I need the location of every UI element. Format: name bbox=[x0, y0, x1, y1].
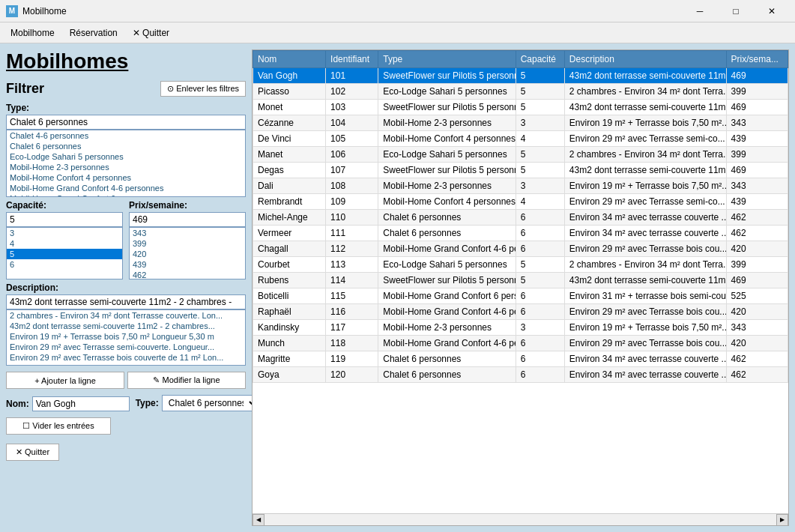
cell-nom: Picasso bbox=[253, 84, 326, 100]
desc-filter-input[interactable] bbox=[6, 294, 246, 309]
filter-title: Filtrer bbox=[6, 81, 44, 97]
cell-type: SweetFlower sur Pilotis 5 personnes bbox=[378, 163, 516, 178]
table-row[interactable]: Degas107SweetFlower sur Pilotis 5 person… bbox=[253, 163, 788, 178]
prix-filter-list-item[interactable]: 399 bbox=[130, 238, 245, 249]
type-form-select[interactable]: Chalet 6 personnesChalet 4-6 personnesEc… bbox=[162, 395, 259, 411]
clear-filters-button[interactable]: ⊙ Enlever les filtres bbox=[160, 81, 246, 97]
scroll-left-button[interactable]: ◀ bbox=[253, 514, 265, 526]
table-body: Van Gogh101SweetFlower sur Pilotis 5 per… bbox=[253, 68, 788, 383]
nom-label: Nom: bbox=[6, 399, 29, 409]
cap-filter-list-item[interactable]: 3 bbox=[7, 228, 122, 238]
cell-id: 106 bbox=[326, 147, 378, 163]
prix-filter-list-item[interactable]: 462 bbox=[130, 270, 245, 279]
prix-filter-list-item[interactable]: 420 bbox=[130, 249, 245, 259]
cell-cap: 3 bbox=[516, 320, 564, 336]
desc-filter-list-item[interactable]: 43m2 dont terrasse semi-couverte 11m2 - … bbox=[7, 321, 245, 331]
cap-filter-col: Capacité: 3456 bbox=[6, 200, 123, 279]
type-filter-input[interactable] bbox=[6, 115, 246, 130]
cell-prix: 439 bbox=[726, 131, 788, 147]
table-row[interactable]: De Vinci105Mobil-Home Confort 4 personne… bbox=[253, 131, 788, 147]
title-bar: M Mobilhome ─ □ ✕ bbox=[0, 0, 795, 22]
table-row[interactable]: Monet103SweetFlower sur Pilotis 5 person… bbox=[253, 100, 788, 115]
prix-filter-input[interactable] bbox=[129, 212, 246, 227]
table-row[interactable]: Munch118Mobil-Home Grand Confort 4-6 per… bbox=[253, 336, 788, 351]
prix-filter-list[interactable]: 343399420439462469525553 bbox=[129, 227, 246, 279]
cell-id: 104 bbox=[326, 115, 378, 131]
table-row[interactable]: Kandinsky117Mobil-Home 2-3 personnes3Env… bbox=[253, 320, 788, 336]
prix-filter-list-item[interactable]: 439 bbox=[130, 259, 245, 270]
cell-desc: Environ 31 m² + terrasse bois semi-cou..… bbox=[564, 288, 726, 304]
app-title: Mobilhomes bbox=[6, 49, 246, 73]
menu-reservation[interactable]: Réservation bbox=[62, 25, 125, 41]
cell-prix: 420 bbox=[726, 336, 788, 351]
maximize-button[interactable]: □ bbox=[719, 4, 753, 19]
horizontal-scrollbar[interactable]: ◀ ▶ bbox=[253, 513, 788, 525]
table-row[interactable]: Dali108Mobil-Home 2-3 personnes3Environ … bbox=[253, 178, 788, 194]
menu-mobilhome[interactable]: Mobilhome bbox=[3, 25, 62, 41]
desc-filter-list-item[interactable]: Environ 29 m² avec Terrasse bois couvert… bbox=[7, 352, 245, 363]
cell-nom: Goya bbox=[253, 367, 326, 383]
type-filter-list-item[interactable]: Eco-Lodge Sahari 5 personnes bbox=[7, 151, 245, 162]
minimize-button[interactable]: ─ bbox=[683, 4, 717, 19]
cell-type: Chalet 6 personnes bbox=[378, 351, 516, 367]
table-row[interactable]: Van Gogh101SweetFlower sur Pilotis 5 per… bbox=[253, 68, 788, 84]
type-filter-list-item[interactable]: Chalet 6 personnes bbox=[7, 141, 245, 151]
cell-desc: 43m2 dont terrasse semi-couverte 11m... bbox=[564, 163, 726, 178]
desc-filter-list-item[interactable]: Environ 19 m² + Terrasse bois 7,50 m² Lo… bbox=[7, 331, 245, 342]
desc-filter-list-item[interactable]: 2 chambres - Environ 34 m² dont Terrasse… bbox=[7, 310, 245, 321]
window-controls: ─ □ ✕ bbox=[683, 4, 789, 19]
modify-row-button[interactable]: ✎ Modifier la ligne bbox=[127, 372, 246, 389]
clear-entries-button[interactable]: ☐ Vider les entrées bbox=[6, 417, 111, 435]
cap-filter-list-item[interactable]: 6 bbox=[7, 259, 122, 270]
table-row[interactable]: Courbet113Eco-Lodge Sahari 5 personnes52… bbox=[253, 257, 788, 273]
table-row[interactable]: Magritte119Chalet 6 personnes6Environ 34… bbox=[253, 351, 788, 367]
type-filter-list-item[interactable]: Mobil-Home Grand Confort 4-6 personnes bbox=[7, 183, 245, 193]
col-header-desc: Description bbox=[564, 51, 726, 68]
table-row[interactable]: Chagall112Mobil-Home Grand Confort 4-6 p… bbox=[253, 241, 788, 257]
close-button[interactable]: ✕ bbox=[755, 4, 789, 19]
type-filter-list-item[interactable]: Chalet 4-6 personnes bbox=[7, 130, 245, 141]
table-row[interactable]: Michel-Ange110Chalet 6 personnes6Environ… bbox=[253, 210, 788, 226]
desc-filter-list-item[interactable]: Environ 29 m² avec Terrasse semi-couvert… bbox=[7, 342, 245, 352]
data-table: Nom Identifiant Type Capacité Descriptio… bbox=[253, 50, 788, 383]
table-row[interactable]: Rembrandt109Mobil-Home Confort 4 personn… bbox=[253, 194, 788, 210]
type-filter-list-item[interactable]: Mobil-Home Grand Confort 6 personnes bbox=[7, 193, 245, 197]
desc-filter-list-item[interactable]: Environ 31 m² + terrasse bois semi-couve… bbox=[7, 363, 245, 366]
cell-type: Mobil-Home Grand Confort 6 personnes bbox=[378, 288, 516, 304]
add-row-button[interactable]: + Ajouter la ligne bbox=[6, 372, 124, 389]
col-header-id: Identifiant bbox=[326, 51, 378, 68]
table-row[interactable]: Boticelli115Mobil-Home Grand Confort 6 p… bbox=[253, 288, 788, 304]
cell-type: SweetFlower sur Pilotis 5 personnes bbox=[378, 100, 516, 115]
type-filter-list[interactable]: Chalet 4-6 personnesChalet 6 personnesEc… bbox=[6, 130, 246, 197]
quit-button[interactable]: ✕ Quitter bbox=[6, 444, 59, 461]
cell-nom: De Vinci bbox=[253, 131, 326, 147]
cell-nom: Van Gogh bbox=[253, 68, 326, 84]
form-row: Nom: Type: Chalet 6 personnesChalet 4-6 … bbox=[6, 395, 246, 411]
cap-filter-list-item[interactable]: 4 bbox=[7, 238, 122, 249]
prix-filter-list-item[interactable]: 343 bbox=[130, 228, 245, 238]
table-row[interactable]: Vermeer111Chalet 6 personnes6Environ 34 … bbox=[253, 226, 788, 241]
menu-quitter[interactable]: ✕ Quitter bbox=[125, 25, 177, 41]
cell-nom: Dali bbox=[253, 178, 326, 194]
desc-filter-section: Description: 2 chambres - Environ 34 m² … bbox=[6, 282, 246, 366]
cell-desc: Environ 29 m² avec Terrasse bois cou... bbox=[564, 304, 726, 320]
table-row[interactable]: Manet106Eco-Lodge Sahari 5 personnes52 c… bbox=[253, 147, 788, 163]
cell-id: 114 bbox=[326, 273, 378, 288]
nom-input[interactable] bbox=[32, 396, 130, 411]
cap-filter-list[interactable]: 3456 bbox=[6, 227, 123, 279]
cap-filter-list-item[interactable]: 5 bbox=[7, 249, 122, 259]
table-row[interactable]: Rubens114SweetFlower sur Pilotis 5 perso… bbox=[253, 273, 788, 288]
type-filter-list-item[interactable]: Mobil-Home 2-3 personnes bbox=[7, 162, 245, 172]
cell-cap: 5 bbox=[516, 147, 564, 163]
app-icon: M bbox=[6, 5, 18, 17]
desc-filter-list[interactable]: 2 chambres - Environ 34 m² dont Terrasse… bbox=[6, 309, 246, 366]
table-container[interactable]: Nom Identifiant Type Capacité Descriptio… bbox=[253, 50, 788, 513]
scroll-right-button[interactable]: ▶ bbox=[776, 514, 788, 526]
table-row[interactable]: Picasso102Eco-Lodge Sahari 5 personnes52… bbox=[253, 84, 788, 100]
table-row[interactable]: Raphaël116Mobil-Home Grand Confort 4-6 p… bbox=[253, 304, 788, 320]
type-filter-list-item[interactable]: Mobil-Home Confort 4 personnes bbox=[7, 172, 245, 183]
cap-filter-input[interactable] bbox=[6, 212, 123, 227]
table-row[interactable]: Goya120Chalet 6 personnes6Environ 34 m² … bbox=[253, 367, 788, 383]
cell-prix: 343 bbox=[726, 115, 788, 131]
table-row[interactable]: Cézanne104Mobil-Home 2-3 personnes3Envir… bbox=[253, 115, 788, 131]
